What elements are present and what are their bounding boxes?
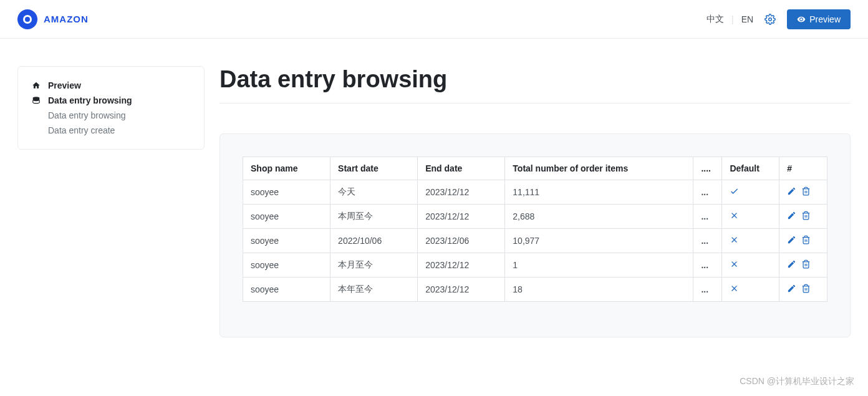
cell-total: 10,977 xyxy=(505,229,693,253)
more-button[interactable]: ... xyxy=(693,253,722,278)
header-actions: 中文 | EN Preview xyxy=(706,9,851,29)
table-row: sooyee 今天 2023/12/12 11,111 ... xyxy=(243,180,827,205)
edit-button[interactable] xyxy=(787,284,796,295)
delete-button[interactable] xyxy=(801,235,811,246)
preview-button[interactable]: Preview xyxy=(787,9,851,29)
lang-zh[interactable]: 中文 xyxy=(706,14,724,25)
header: AMAZON 中文 | EN Preview xyxy=(0,0,868,39)
more-button[interactable]: ... xyxy=(693,278,722,302)
delete-button[interactable] xyxy=(801,211,811,222)
logo-text: AMAZON xyxy=(44,14,89,24)
cell-end: 2023/12/12 xyxy=(418,253,505,278)
lang-divider: | xyxy=(731,14,734,24)
sidebar: Preview Data entry browsing Data entry b… xyxy=(17,66,205,150)
cell-shop: sooyee xyxy=(243,253,330,278)
cell-end: 2023/12/12 xyxy=(418,278,505,302)
cell-actions xyxy=(779,205,827,229)
cell-start: 本周至今 xyxy=(330,205,418,229)
edit-button[interactable] xyxy=(787,259,796,271)
cell-end: 2023/12/12 xyxy=(418,180,505,205)
language-switcher: 中文 | EN xyxy=(706,14,753,25)
more-button[interactable]: ... xyxy=(693,205,722,229)
cell-start: 本年至今 xyxy=(330,278,418,302)
th-shop-name: Shop name xyxy=(243,157,330,180)
sidebar-item-label: Preview xyxy=(48,80,81,90)
table-row: sooyee 本年至今 2023/12/12 18 ... xyxy=(243,278,827,302)
more-button[interactable]: ... xyxy=(693,180,722,205)
sidebar-sub-browsing[interactable]: Data entry browsing xyxy=(32,108,190,123)
check-icon[interactable] xyxy=(730,188,739,198)
home-icon xyxy=(32,81,41,90)
th-end-date: End date xyxy=(418,157,505,180)
table-row: sooyee 2022/10/06 2023/12/06 10,977 ... xyxy=(243,229,827,253)
database-icon xyxy=(32,96,41,105)
edit-button[interactable] xyxy=(787,211,796,222)
sidebar-item-label: Data entry browsing xyxy=(48,95,132,105)
edit-button[interactable] xyxy=(787,186,796,198)
title-divider xyxy=(219,103,851,104)
th-start-date: Start date xyxy=(330,157,418,180)
cell-actions xyxy=(779,180,827,205)
cell-total: 2,688 xyxy=(505,205,693,229)
cell-start: 2022/10/06 xyxy=(330,229,418,253)
cell-default[interactable] xyxy=(722,180,779,205)
cell-default[interactable] xyxy=(722,278,779,302)
page-title: Data entry browsing xyxy=(219,66,851,93)
table-card: Shop name Start date End date Total numb… xyxy=(219,133,851,337)
gear-icon[interactable] xyxy=(764,14,776,25)
th-hash: # xyxy=(779,157,827,180)
cross-icon[interactable] xyxy=(730,236,739,246)
data-table: Shop name Start date End date Total numb… xyxy=(243,157,827,302)
cell-actions xyxy=(779,253,827,278)
svg-point-0 xyxy=(769,17,772,21)
cell-default[interactable] xyxy=(722,229,779,253)
sidebar-sub-create[interactable]: Data entry create xyxy=(32,123,190,138)
cell-total: 1 xyxy=(505,253,693,278)
cell-default[interactable] xyxy=(722,253,779,278)
preview-button-label: Preview xyxy=(809,14,841,24)
cell-shop: sooyee xyxy=(243,229,330,253)
container: Preview Data entry browsing Data entry b… xyxy=(0,39,868,337)
cross-icon[interactable] xyxy=(730,261,739,271)
cell-shop: sooyee xyxy=(243,205,330,229)
table-header-row: Shop name Start date End date Total numb… xyxy=(243,157,827,180)
lang-en[interactable]: EN xyxy=(741,14,753,24)
cell-shop: sooyee xyxy=(243,180,330,205)
cell-start: 今天 xyxy=(330,180,418,205)
th-dots: .... xyxy=(693,157,722,180)
cell-total: 11,111 xyxy=(505,180,693,205)
cell-end: 2023/12/12 xyxy=(418,205,505,229)
delete-button[interactable] xyxy=(801,259,811,271)
cell-start: 本月至今 xyxy=(330,253,418,278)
logo-icon xyxy=(17,9,37,29)
more-button[interactable]: ... xyxy=(693,229,722,253)
cross-icon[interactable] xyxy=(730,285,739,295)
edit-button[interactable] xyxy=(787,235,796,246)
table-row: sooyee 本周至今 2023/12/12 2,688 ... xyxy=(243,205,827,229)
delete-button[interactable] xyxy=(801,186,811,198)
cell-end: 2023/12/06 xyxy=(418,229,505,253)
table-row: sooyee 本月至今 2023/12/12 1 ... xyxy=(243,253,827,278)
main-content: Data entry browsing Shop name Start date… xyxy=(219,66,851,337)
logo[interactable]: AMAZON xyxy=(17,9,89,29)
sidebar-item-data-entry[interactable]: Data entry browsing xyxy=(32,93,190,108)
sidebar-sub-label: Data entry browsing xyxy=(48,110,126,120)
cell-actions xyxy=(779,278,827,302)
cross-icon[interactable] xyxy=(730,212,739,222)
cell-default[interactable] xyxy=(722,205,779,229)
sidebar-sub-label: Data entry create xyxy=(48,125,115,135)
th-total: Total number of order items xyxy=(505,157,693,180)
cell-actions xyxy=(779,229,827,253)
cell-shop: sooyee xyxy=(243,278,330,302)
sidebar-item-preview[interactable]: Preview xyxy=(32,78,190,93)
th-default: Default xyxy=(722,157,779,180)
eye-icon xyxy=(797,15,806,24)
cell-total: 18 xyxy=(505,278,693,302)
delete-button[interactable] xyxy=(801,284,811,295)
